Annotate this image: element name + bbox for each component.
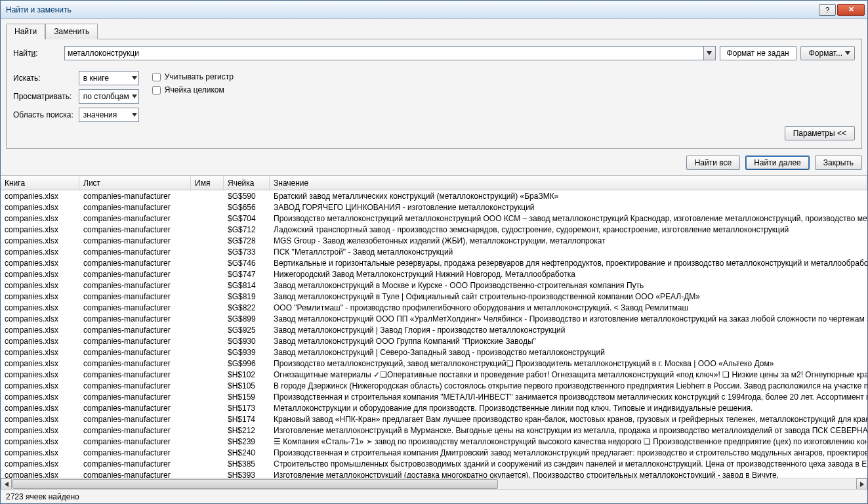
horizontal-scrollbar[interactable] bbox=[1, 478, 867, 489]
table-row[interactable]: companies.xlsxcompanies-manufacturer$G$8… bbox=[1, 313, 867, 324]
cell-book: companies.xlsx bbox=[1, 291, 79, 302]
cell-ref: $H$173 bbox=[224, 402, 270, 413]
cell-book: companies.xlsx bbox=[1, 358, 79, 369]
table-row[interactable]: companies.xlsxcompanies-manufacturer$G$7… bbox=[1, 268, 867, 280]
table-row[interactable]: companies.xlsxcompanies-manufacturer$G$8… bbox=[1, 291, 867, 302]
table-row[interactable]: companies.xlsxcompanies-manufacturer$G$8… bbox=[1, 280, 867, 291]
col-book[interactable]: Книга bbox=[1, 176, 79, 190]
cell-ref: $H$102 bbox=[224, 369, 270, 380]
format-button[interactable]: Формат... bbox=[800, 46, 855, 60]
table-row[interactable]: companies.xlsxcompanies-manufacturer$G$8… bbox=[1, 302, 867, 313]
cell-value: Нижегородский Завод Металлоконструкций Н… bbox=[270, 268, 867, 280]
cell-book: companies.xlsx bbox=[1, 436, 79, 447]
cell-ref: $G$733 bbox=[224, 246, 270, 257]
table-row[interactable]: companies.xlsxcompanies-manufacturer$G$7… bbox=[1, 213, 867, 224]
match-case-checkbox[interactable]: Учитывать регистр bbox=[152, 72, 234, 81]
table-row[interactable]: companies.xlsxcompanies-manufacturer$H$1… bbox=[1, 380, 867, 391]
find-input[interactable] bbox=[64, 46, 704, 60]
whole-cell-input[interactable] bbox=[152, 86, 161, 94]
browse-select[interactable]: по столбцам bbox=[79, 89, 139, 104]
cell-ref: $G$814 bbox=[224, 280, 270, 291]
table-row[interactable]: companies.xlsxcompanies-manufacturer$G$7… bbox=[1, 246, 867, 257]
table-row[interactable]: companies.xlsxcompanies-manufacturer$G$7… bbox=[1, 235, 867, 246]
browse-label: Просматривать: bbox=[13, 92, 73, 101]
find-all-button[interactable]: Найти все bbox=[686, 156, 741, 170]
table-row[interactable]: companies.xlsxcompanies-manufacturer$G$7… bbox=[1, 257, 867, 268]
cell-book: companies.xlsx bbox=[1, 224, 79, 235]
cell-name bbox=[191, 280, 224, 291]
table-row[interactable]: companies.xlsxcompanies-manufacturer$G$7… bbox=[1, 224, 867, 235]
cell-sheet: companies-manufacturer bbox=[79, 235, 191, 246]
scroll-left-button[interactable] bbox=[1, 478, 12, 489]
options-toggle-button[interactable]: Параметры << bbox=[785, 126, 855, 140]
results-body[interactable]: companies.xlsxcompanies-manufacturer$G$5… bbox=[1, 190, 867, 478]
cell-name bbox=[191, 201, 224, 213]
table-row[interactable]: companies.xlsxcompanies-manufacturer$H$1… bbox=[1, 369, 867, 380]
cell-sheet: companies-manufacturer bbox=[79, 257, 191, 268]
scroll-right-button[interactable] bbox=[856, 478, 867, 489]
table-row[interactable]: companies.xlsxcompanies-manufacturer$G$9… bbox=[1, 335, 867, 346]
col-sheet[interactable]: Лист bbox=[79, 176, 191, 190]
col-name[interactable]: Имя bbox=[191, 176, 224, 190]
cell-book: companies.xlsx bbox=[1, 391, 79, 402]
search-in-select[interactable]: в книге bbox=[79, 71, 139, 85]
cell-ref: $G$996 bbox=[224, 358, 270, 369]
cell-sheet: companies-manufacturer bbox=[79, 358, 191, 369]
cell-ref: $G$822 bbox=[224, 302, 270, 313]
cell-ref: $H$174 bbox=[224, 413, 270, 425]
cell-name bbox=[191, 324, 224, 335]
chevron-down-icon bbox=[845, 51, 850, 55]
cell-value: Завод металлоконструкций в Туле | Официа… bbox=[270, 291, 867, 302]
cell-value: Металлоконструкции и оборудование для пр… bbox=[270, 402, 867, 413]
match-case-input[interactable] bbox=[152, 73, 161, 81]
cell-book: companies.xlsx bbox=[1, 313, 79, 324]
cell-book: companies.xlsx bbox=[1, 380, 79, 391]
table-row[interactable]: companies.xlsxcompanies-manufacturer$G$5… bbox=[1, 190, 867, 201]
table-row[interactable]: companies.xlsxcompanies-manufacturer$H$1… bbox=[1, 413, 867, 425]
lookin-select[interactable]: значения bbox=[79, 108, 139, 122]
chevron-down-icon bbox=[707, 51, 712, 55]
cell-value: Производство металлоконструкций, завод м… bbox=[270, 358, 867, 369]
table-row[interactable]: companies.xlsxcompanies-manufacturer$H$3… bbox=[1, 458, 867, 469]
cell-ref: $G$899 bbox=[224, 313, 270, 324]
find-history-dropdown[interactable] bbox=[704, 46, 716, 60]
table-row[interactable]: companies.xlsxcompanies-manufacturer$G$6… bbox=[1, 201, 867, 213]
search-in-label: Искать: bbox=[13, 74, 73, 83]
format-preview: Формат не задан bbox=[720, 46, 796, 60]
table-row[interactable]: companies.xlsxcompanies-manufacturer$G$9… bbox=[1, 358, 867, 369]
cell-book: companies.xlsx bbox=[1, 246, 79, 257]
cell-name bbox=[191, 268, 224, 280]
close-window-button[interactable]: ✕ bbox=[837, 4, 865, 16]
cell-ref: $H$159 bbox=[224, 391, 270, 402]
table-row[interactable]: companies.xlsxcompanies-manufacturer$H$2… bbox=[1, 425, 867, 436]
table-row[interactable]: companies.xlsxcompanies-manufacturer$G$9… bbox=[1, 346, 867, 358]
cell-sheet: companies-manufacturer bbox=[79, 335, 191, 346]
find-next-button[interactable]: Найти далее bbox=[745, 156, 810, 170]
cell-ref: $G$712 bbox=[224, 224, 270, 235]
tab-replace[interactable]: Заменить bbox=[45, 24, 98, 39]
table-row[interactable]: companies.xlsxcompanies-manufacturer$H$3… bbox=[1, 469, 867, 478]
cell-book: companies.xlsx bbox=[1, 447, 79, 458]
help-button[interactable]: ? bbox=[819, 4, 836, 16]
cell-book: companies.xlsx bbox=[1, 458, 79, 469]
cell-sheet: companies-manufacturer bbox=[79, 458, 191, 469]
cell-sheet: companies-manufacturer bbox=[79, 346, 191, 358]
cell-sheet: companies-manufacturer bbox=[79, 402, 191, 413]
tab-find[interactable]: Найти bbox=[6, 24, 45, 39]
close-button[interactable]: Закрыть bbox=[815, 156, 862, 170]
lookin-label: Область поиска: bbox=[13, 110, 73, 119]
table-row[interactable]: companies.xlsxcompanies-manufacturer$H$1… bbox=[1, 391, 867, 402]
table-row[interactable]: companies.xlsxcompanies-manufacturer$H$1… bbox=[1, 402, 867, 413]
cell-book: companies.xlsx bbox=[1, 302, 79, 313]
cell-name bbox=[191, 391, 224, 402]
whole-cell-checkbox[interactable]: Ячейка целиком bbox=[152, 85, 234, 94]
cell-sheet: companies-manufacturer bbox=[79, 391, 191, 402]
table-row[interactable]: companies.xlsxcompanies-manufacturer$H$2… bbox=[1, 447, 867, 458]
col-value[interactable]: Значение bbox=[270, 176, 867, 190]
scroll-thumb[interactable] bbox=[12, 479, 498, 489]
col-cell[interactable]: Ячейка bbox=[224, 176, 270, 190]
cell-ref: $H$212 bbox=[224, 425, 270, 436]
table-row[interactable]: companies.xlsxcompanies-manufacturer$H$2… bbox=[1, 436, 867, 447]
chevron-left-icon bbox=[5, 482, 9, 487]
table-row[interactable]: companies.xlsxcompanies-manufacturer$G$9… bbox=[1, 324, 867, 335]
